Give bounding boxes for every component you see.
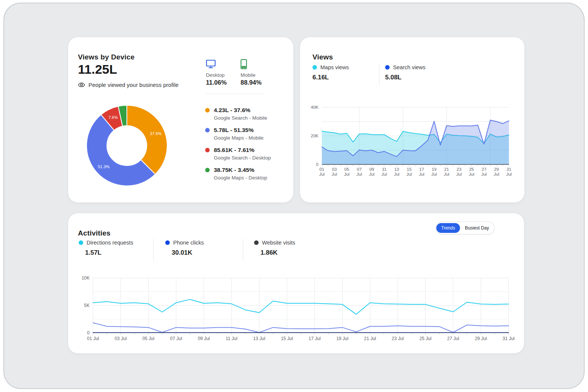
y-axis-tick-label: 0 [87,330,90,336]
x-axis-tick-label: 29 Jul [475,336,487,341]
desktop-label: Desktop [206,72,240,78]
views-card: Views Maps views 6.16L Search views 5.08… [300,37,524,202]
x-axis-tick-label: 09Jul [369,167,375,176]
x-axis-tick-label: 13 Jul [253,336,265,341]
series-line [93,323,509,333]
donut-slice-label: 51.3% [98,164,110,169]
x-axis-tick-label: 31 Jul [503,336,515,341]
x-axis-tick-label: 17 Jul [309,336,321,341]
x-axis-tick-label: 21 Jul [364,336,376,341]
search-views-label: Search views [393,64,425,70]
phone-clicks-value: 30.01K [172,249,204,257]
x-axis-tick-label: 01 Jul [87,336,99,341]
activities-card: Activities Trends Busiest Day Directions… [68,213,524,353]
legend-item-search-desktop: 85.61K - 7.61% Google Search - Desktop [205,146,271,161]
eye-icon [78,81,85,88]
legend-item-maps-desktop: 38.75K - 3.45% Google Maps - Desktop [205,166,271,181]
x-axis-tick-label: 19Jul [431,167,437,176]
website-visits-stat: Website visits 1.86K [254,240,295,257]
trends-toggle: Trends Busiest Day [436,222,495,234]
total-views-value: 11.25L [78,62,117,77]
website-visits-label: Website visits [262,240,295,246]
device-legend: 4.23L - 37.6% Google Search - Mobile 5.7… [205,106,271,186]
x-axis-tick-label: 21Jul [444,167,449,176]
y-axis-tick-label: 0 [316,162,318,167]
x-axis-tick-label: 11 Jul [225,336,237,341]
x-axis-tick-label: 15Jul [407,167,412,176]
mobile-share: 88.94% [241,79,274,86]
phone-clicks-dot [165,240,170,245]
busiest-day-button[interactable]: Busiest Day [460,223,494,233]
phone-clicks-label: Phone clicks [173,240,204,246]
desktop-icon [206,59,240,70]
donut-slice [127,105,167,174]
x-axis-tick-label: 23 Jul [392,336,404,341]
x-axis-tick-label: 07 Jul [170,336,182,341]
views-by-device-title: Views by Device [78,53,135,61]
x-axis-tick-label: 17Jul [419,167,425,176]
phone-clicks-stat: Phone clicks 30.01K [165,240,204,257]
x-axis-tick-label: 31Jul [506,167,512,176]
x-axis-tick-label: 03 Jul [115,336,127,341]
x-axis-tick-label: 29Jul [494,167,500,176]
profile-views-subtitle: People viewed your business profile [88,82,178,88]
x-axis-tick-label: 23Jul [456,167,462,176]
x-axis-tick-label: 15 Jul [281,336,293,341]
device-desktop: Desktop 11.06% [206,59,240,86]
legend-item-search-mobile: 4.23L - 37.6% Google Search - Mobile [205,106,271,122]
legend-dot [205,128,210,132]
views-trend-chart: 020K40K01Jul03Jul05Jul07Jul09Jul11Jul13J… [308,101,518,180]
x-axis-tick-label: 25 Jul [419,336,431,341]
x-axis-tick-label: 13Jul [394,167,399,176]
search-views-value: 5.08L [385,74,425,81]
x-axis-tick-label: 05Jul [344,167,350,176]
legend-dot [205,168,210,172]
activities-legend-divider [153,239,154,261]
directions-requests-dot [79,240,83,245]
views-title: Views [312,53,333,61]
legend-item-maps-mobile: 5.78L - 51.35% Google Maps - Mobile [205,126,271,141]
x-axis-tick-label: 11Jul [381,167,387,176]
activities-title: Activities [78,229,110,237]
maps-views-dot [312,65,317,70]
views-by-device-card: Views by Device 11.25L People viewed you… [68,37,293,202]
legend-dot [205,148,210,152]
y-axis-tick-label: 5K [84,303,90,308]
website-visits-value: 1.86K [260,249,295,257]
x-axis-tick-label: 09 Jul [198,336,210,341]
profile-views-subtitle-row: People viewed your business profile [78,81,178,88]
x-axis-tick-label: 27 Jul [447,336,459,341]
donut-slice-label: 37.6% [150,131,161,136]
x-axis-tick-label: 01Jul [319,167,325,176]
x-axis-tick-label: 03Jul [332,167,337,176]
trends-button[interactable]: Trends [436,223,460,233]
directions-requests-value: 1.57L [85,249,133,257]
donut-slice-label: 7.6% [108,115,118,120]
device-split-divider [206,94,264,94]
activities-trend-chart: 05K10K01 Jul03 Jul05 Jul07 Jul09 Jul11 J… [75,273,519,350]
x-axis-tick-label: 05 Jul [142,336,154,341]
search-views-dot [385,65,390,70]
maps-views-stat: Maps views 6.16L [312,64,349,81]
device-mobile: Mobile 88.94% [241,59,274,86]
x-axis-tick-label: 07Jul [356,167,362,176]
maps-views-label: Maps views [320,64,349,70]
mobile-icon [241,59,274,70]
search-views-stat: Search views 5.08L [385,64,425,81]
views-legend-divider [379,64,379,85]
y-axis-tick-label: 20K [311,134,319,138]
x-axis-tick-label: 19 Jul [336,336,348,341]
mobile-label: Mobile [241,72,274,78]
y-axis-tick-label: 40K [311,105,319,109]
x-axis-tick-label: 25Jul [469,167,474,176]
activities-legend-divider [243,239,243,261]
website-visits-dot [254,240,259,245]
legend-dot [205,108,210,112]
device-donut-chart: 37.6%51.3%7.6% [82,100,172,191]
x-axis-tick-label: 27Jul [481,167,487,176]
directions-requests-stat: Directions requests 1.57L [79,240,133,257]
y-axis-tick-label: 10K [82,275,90,281]
desktop-share: 11.06% [206,79,240,86]
maps-views-value: 6.16L [312,74,349,81]
dashboard-page: Views by Device 11.25L People viewed you… [0,0,588,392]
